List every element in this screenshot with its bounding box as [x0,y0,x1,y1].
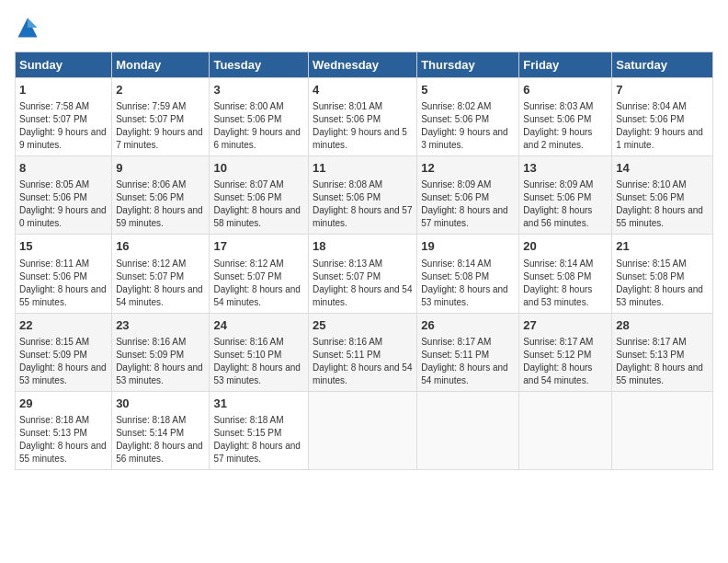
calendar-cell [519,391,612,469]
calendar-cell: 15Sunrise: 8:11 AM Sunset: 5:06 PM Dayli… [16,235,112,313]
logo [15,15,44,40]
day-info: Sunrise: 8:17 AM Sunset: 5:11 PM Dayligh… [421,336,515,387]
day-info: Sunrise: 8:12 AM Sunset: 5:07 PM Dayligh… [116,258,205,309]
calendar-cell: 2Sunrise: 7:59 AM Sunset: 5:07 PM Daylig… [112,78,210,156]
day-info: Sunrise: 8:07 AM Sunset: 5:06 PM Dayligh… [213,178,304,230]
day-info: Sunrise: 8:17 AM Sunset: 5:13 PM Dayligh… [616,336,709,387]
calendar-cell: 5Sunrise: 8:02 AM Sunset: 5:06 PM Daylig… [417,78,519,156]
calendar-cell: 30Sunrise: 8:18 AM Sunset: 5:14 PM Dayli… [112,391,210,469]
day-info: Sunrise: 8:03 AM Sunset: 5:06 PM Dayligh… [523,100,608,152]
calendar-cell: 26Sunrise: 8:17 AM Sunset: 5:11 PM Dayli… [417,313,519,391]
calendar-cell: 8Sunrise: 8:05 AM Sunset: 5:06 PM Daylig… [16,156,112,235]
calendar-header-row: SundayMondayTuesdayWednesdayThursdayFrid… [16,52,713,78]
calendar-cell: 17Sunrise: 8:12 AM Sunset: 5:07 PM Dayli… [210,235,309,313]
day-info: Sunrise: 8:18 AM Sunset: 5:15 PM Dayligh… [213,414,304,465]
calendar-cell: 10Sunrise: 8:07 AM Sunset: 5:06 PM Dayli… [210,156,309,235]
day-info: Sunrise: 8:08 AM Sunset: 5:06 PM Dayligh… [313,178,413,230]
day-number: 15 [19,238,108,255]
col-header-friday: Friday [519,52,612,78]
day-number: 25 [313,317,413,334]
day-number: 24 [213,317,304,334]
day-number: 16 [116,238,205,255]
calendar-cell: 19Sunrise: 8:14 AM Sunset: 5:08 PM Dayli… [417,235,519,313]
logo-icon [15,15,40,40]
calendar-cell: 16Sunrise: 8:12 AM Sunset: 5:07 PM Dayli… [112,235,210,313]
day-info: Sunrise: 8:04 AM Sunset: 5:06 PM Dayligh… [616,100,709,152]
day-number: 31 [213,396,304,412]
col-header-wednesday: Wednesday [309,52,417,78]
day-number: 13 [523,160,608,177]
day-number: 20 [523,238,608,255]
calendar-week-row: 1Sunrise: 7:58 AM Sunset: 5:07 PM Daylig… [16,78,713,156]
calendar-cell: 4Sunrise: 8:01 AM Sunset: 5:06 PM Daylig… [309,78,417,156]
day-number: 28 [616,317,709,334]
calendar-cell: 21Sunrise: 8:15 AM Sunset: 5:08 PM Dayli… [612,235,713,313]
day-info: Sunrise: 8:09 AM Sunset: 5:06 PM Dayligh… [523,178,608,230]
day-number: 9 [116,160,205,177]
day-info: Sunrise: 7:59 AM Sunset: 5:07 PM Dayligh… [116,100,205,152]
calendar-cell: 23Sunrise: 8:16 AM Sunset: 5:09 PM Dayli… [112,313,210,391]
col-header-monday: Monday [112,52,210,78]
day-number: 6 [523,82,608,98]
calendar-cell: 29Sunrise: 8:18 AM Sunset: 5:13 PM Dayli… [16,391,112,469]
calendar-cell: 20Sunrise: 8:14 AM Sunset: 5:08 PM Dayli… [519,235,612,313]
day-number: 23 [116,317,205,334]
day-number: 29 [19,396,108,412]
day-info: Sunrise: 8:11 AM Sunset: 5:06 PM Dayligh… [19,258,108,309]
calendar-cell: 11Sunrise: 8:08 AM Sunset: 5:06 PM Dayli… [309,156,417,235]
day-info: Sunrise: 8:02 AM Sunset: 5:06 PM Dayligh… [421,100,515,152]
calendar-cell: 9Sunrise: 8:06 AM Sunset: 5:06 PM Daylig… [112,156,210,235]
svg-marker-1 [28,18,38,29]
calendar-cell: 18Sunrise: 8:13 AM Sunset: 5:07 PM Dayli… [309,235,417,313]
day-number: 8 [19,160,108,177]
day-info: Sunrise: 8:00 AM Sunset: 5:06 PM Dayligh… [213,100,304,152]
day-number: 22 [19,317,108,334]
day-number: 12 [421,160,515,177]
calendar-cell: 25Sunrise: 8:16 AM Sunset: 5:11 PM Dayli… [309,313,417,391]
day-number: 17 [213,238,304,255]
day-number: 27 [523,317,608,334]
day-number: 10 [213,160,304,177]
day-number: 5 [421,82,515,98]
calendar-cell: 13Sunrise: 8:09 AM Sunset: 5:06 PM Dayli… [519,156,612,235]
day-number: 18 [313,238,413,255]
calendar-cell: 12Sunrise: 8:09 AM Sunset: 5:06 PM Dayli… [417,156,519,235]
day-number: 30 [116,396,205,412]
calendar-cell [309,391,417,469]
day-info: Sunrise: 7:58 AM Sunset: 5:07 PM Dayligh… [19,100,108,152]
day-info: Sunrise: 8:06 AM Sunset: 5:06 PM Dayligh… [116,178,205,230]
day-info: Sunrise: 8:01 AM Sunset: 5:06 PM Dayligh… [313,100,413,152]
calendar-cell: 1Sunrise: 7:58 AM Sunset: 5:07 PM Daylig… [16,78,112,156]
day-number: 7 [616,82,709,98]
day-info: Sunrise: 8:10 AM Sunset: 5:06 PM Dayligh… [616,178,709,230]
day-info: Sunrise: 8:05 AM Sunset: 5:06 PM Dayligh… [19,178,108,230]
calendar-cell: 28Sunrise: 8:17 AM Sunset: 5:13 PM Dayli… [612,313,713,391]
col-header-saturday: Saturday [612,52,713,78]
day-info: Sunrise: 8:14 AM Sunset: 5:08 PM Dayligh… [421,258,515,309]
day-info: Sunrise: 8:16 AM Sunset: 5:09 PM Dayligh… [116,336,205,387]
day-info: Sunrise: 8:15 AM Sunset: 5:08 PM Dayligh… [616,258,709,309]
day-info: Sunrise: 8:18 AM Sunset: 5:13 PM Dayligh… [19,414,108,465]
calendar-cell: 7Sunrise: 8:04 AM Sunset: 5:06 PM Daylig… [612,78,713,156]
day-number: 2 [116,82,205,98]
day-info: Sunrise: 8:14 AM Sunset: 5:08 PM Dayligh… [523,258,608,309]
day-number: 21 [616,238,709,255]
day-number: 4 [313,82,413,98]
calendar-week-row: 8Sunrise: 8:05 AM Sunset: 5:06 PM Daylig… [16,156,713,235]
calendar-week-row: 22Sunrise: 8:15 AM Sunset: 5:09 PM Dayli… [16,313,713,391]
calendar-cell: 14Sunrise: 8:10 AM Sunset: 5:06 PM Dayli… [612,156,713,235]
day-info: Sunrise: 8:15 AM Sunset: 5:09 PM Dayligh… [19,336,108,387]
day-info: Sunrise: 8:16 AM Sunset: 5:11 PM Dayligh… [313,336,413,387]
day-number: 14 [616,160,709,177]
day-info: Sunrise: 8:13 AM Sunset: 5:07 PM Dayligh… [313,258,413,309]
calendar-cell: 22Sunrise: 8:15 AM Sunset: 5:09 PM Dayli… [16,313,112,391]
day-info: Sunrise: 8:18 AM Sunset: 5:14 PM Dayligh… [116,414,205,465]
calendar-cell [612,391,713,469]
day-info: Sunrise: 8:17 AM Sunset: 5:12 PM Dayligh… [523,336,608,387]
day-number: 19 [421,238,515,255]
col-header-tuesday: Tuesday [210,52,309,78]
day-number: 26 [421,317,515,334]
calendar-cell: 27Sunrise: 8:17 AM Sunset: 5:12 PM Dayli… [519,313,612,391]
day-number: 1 [19,82,108,98]
calendar-cell: 24Sunrise: 8:16 AM Sunset: 5:10 PM Dayli… [210,313,309,391]
